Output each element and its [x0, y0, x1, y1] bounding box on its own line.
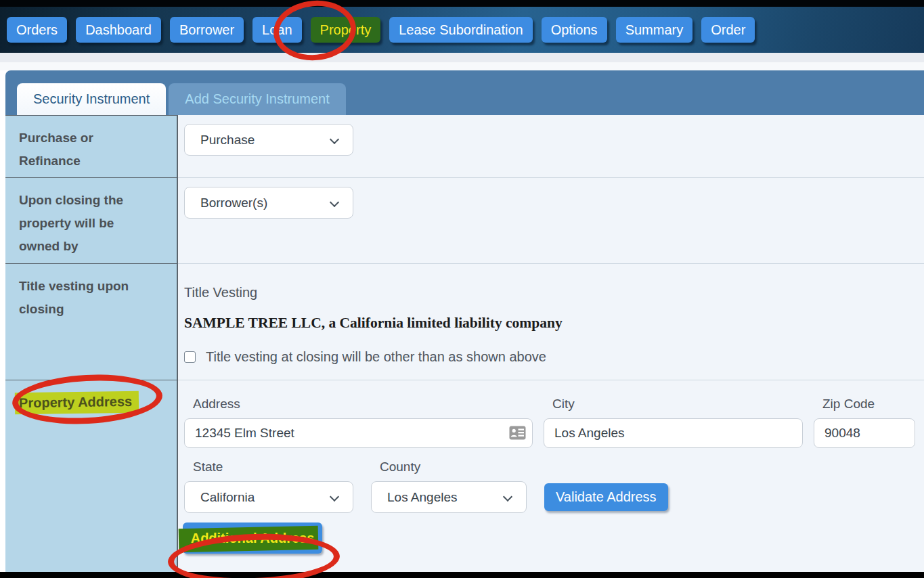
address-input[interactable] [184, 418, 533, 448]
city-label: City [544, 397, 803, 412]
state-label: State [184, 460, 353, 474]
nav-button-property[interactable]: Property [311, 17, 381, 43]
app-window: Orders Dashboard Borrower Loan Property … [0, 0, 924, 578]
additional-address-button[interactable]: Additional Address [183, 523, 322, 554]
zip-code-label: Zip Code [814, 397, 915, 412]
owned-by-value: Borrower(s) [200, 196, 267, 210]
label-title-vesting: Title vesting upon closing [5, 264, 178, 380]
purchase-or-refinance-select[interactable]: Purchase [184, 124, 353, 156]
row-purchase-or-refinance: Purchase [178, 115, 924, 178]
vesting-text: SAMPLE TREE LLC, a California limited li… [184, 315, 924, 332]
label-purchase-or-refinance: Purchase or Refinance [5, 115, 178, 178]
state-county-grid: State California County Los Angeles [184, 460, 924, 513]
contact-card-icon [509, 426, 526, 443]
top-border-bar [0, 0, 924, 7]
state-select[interactable]: California [184, 481, 353, 513]
bottom-border-bar [0, 572, 924, 578]
top-navbar: Orders Dashboard Borrower Loan Property … [0, 7, 924, 53]
nav-button-orders[interactable]: Orders [7, 17, 67, 43]
chevron-down-icon [330, 492, 339, 502]
county-select[interactable]: Los Angeles [371, 481, 527, 513]
chevron-down-icon [503, 492, 512, 502]
vesting-other-checkbox[interactable] [184, 351, 196, 363]
tab-add-security-instrument[interactable]: Add Security Instrument [169, 83, 345, 115]
state-value: California [200, 490, 255, 505]
title-vesting-section-label: Title Vesting [184, 285, 924, 301]
row-owned-by: Borrower(s) [178, 178, 924, 264]
tab-bar: Security Instrument Add Security Instrum… [5, 70, 924, 115]
tab-security-instrument[interactable]: Security Instrument [17, 83, 166, 115]
additional-address-button-label: Additional Address [191, 531, 315, 546]
label-property-address: Property Address [5, 380, 178, 572]
security-instrument-form: Purchase or Refinance Purchase Upon clos… [5, 115, 924, 572]
property-address-highlight: Property Address [15, 391, 139, 415]
label-owned-by: Upon closing the property will be owned … [5, 178, 178, 264]
county-label: County [371, 460, 527, 474]
nav-button-dashboard[interactable]: Dashboard [76, 17, 161, 43]
address-label: Address [184, 397, 533, 412]
owned-by-select[interactable]: Borrower(s) [184, 187, 353, 219]
chevron-down-icon [330, 198, 339, 207]
city-input[interactable] [544, 418, 803, 448]
row-property-address: Address [178, 380, 924, 572]
nav-button-loan[interactable]: Loan [252, 17, 302, 43]
nav-button-order[interactable]: Order [701, 17, 755, 43]
header-gap [0, 62, 924, 70]
purchase-or-refinance-value: Purchase [200, 133, 255, 148]
zip-code-input[interactable] [814, 418, 915, 448]
validate-address-button[interactable]: Validate Address [544, 483, 668, 511]
vesting-other-checkbox-row: Title vesting at closing will be other t… [184, 349, 924, 365]
county-value: Los Angeles [387, 490, 458, 505]
address-fields-grid: Address [184, 397, 924, 448]
nav-button-borrower[interactable]: Borrower [170, 17, 244, 43]
nav-button-lease-subordination[interactable]: Lease Subordination [389, 17, 532, 43]
nav-button-summary[interactable]: Summary [616, 17, 693, 43]
vesting-other-checkbox-label: Title vesting at closing will be other t… [206, 349, 546, 365]
row-title-vesting: Title Vesting SAMPLE TREE LLC, a Califor… [178, 264, 924, 380]
nav-button-options[interactable]: Options [542, 17, 607, 43]
main-panel: Security Instrument Add Security Instrum… [5, 70, 924, 578]
header-divider-strip [0, 53, 924, 62]
chevron-down-icon [330, 135, 339, 144]
